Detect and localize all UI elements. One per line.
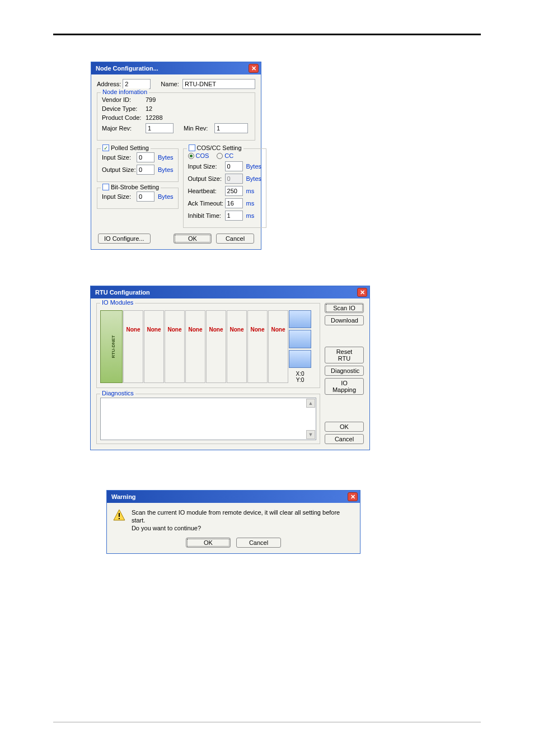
- polled-input-unit: Bytes: [158, 154, 174, 161]
- coscc-legend-text: COS/CC Setting: [197, 144, 242, 151]
- major-rev-input[interactable]: [146, 123, 174, 133]
- polled-checkbox[interactable]: ✓: [102, 144, 109, 151]
- y-count-label: Y:0: [289, 377, 311, 383]
- warning-ok-button[interactable]: OK: [186, 538, 231, 548]
- major-rev-label: Major Rev:: [102, 125, 146, 132]
- io-slot-5[interactable]: None: [206, 310, 226, 383]
- io-slot-4[interactable]: None: [185, 310, 205, 383]
- scan-io-button[interactable]: Scan IO: [325, 303, 364, 313]
- warning-icon: [113, 508, 126, 522]
- min-rev-input[interactable]: [214, 123, 248, 133]
- node-configuration-window: Node Configuration... ✕ Address: Name: N…: [91, 62, 261, 250]
- close-icon[interactable]: ✕: [348, 492, 358, 501]
- polled-legend-text: Polled Setting: [111, 144, 149, 151]
- close-icon[interactable]: ✕: [357, 288, 367, 297]
- rtu-config-titlebar: RTU Configuration ✕: [91, 286, 369, 298]
- rtu-device-image: RTU-DNET: [100, 310, 123, 383]
- coscc-output-size-label: Output Size:: [188, 175, 225, 182]
- scroll-down-icon[interactable]: ▼: [306, 430, 315, 439]
- io-slot-8[interactable]: None: [268, 310, 288, 383]
- inhibit-input[interactable]: [225, 211, 243, 221]
- node-info-legend: Node infomation: [101, 88, 149, 95]
- product-code-value: 12288: [146, 114, 163, 121]
- inhibit-label: Inhibit Time:: [188, 212, 225, 219]
- product-code-label: Product Code:: [102, 114, 146, 121]
- rtu-ok-button[interactable]: OK: [325, 422, 364, 432]
- coscc-input-size[interactable]: [225, 161, 243, 171]
- polled-setting-legend: ✓ Polled Setting: [101, 144, 151, 151]
- rtu-configuration-window: RTU Configuration ✕ IO Modules RTU-DNET …: [90, 286, 370, 450]
- svg-rect-2: [119, 518, 120, 519]
- ok-button[interactable]: OK: [174, 234, 212, 244]
- reset-rtu-button[interactable]: Reset RTU: [325, 347, 364, 363]
- polled-output-unit: Bytes: [158, 166, 174, 173]
- x-count-label: X:0: [289, 371, 311, 377]
- address-input[interactable]: [123, 79, 151, 89]
- node-config-titlebar: Node Configuration... ✕: [91, 62, 261, 74]
- coscc-output-size: [225, 174, 243, 184]
- io-slot-7[interactable]: None: [247, 310, 268, 383]
- device-type-label: Device Type:: [102, 105, 146, 112]
- heartbeat-unit: ms: [246, 188, 255, 194]
- warning-title: Warning: [111, 493, 136, 500]
- vendor-id-label: Vendor ID:: [102, 96, 146, 103]
- coscc-input-unit: Bytes: [246, 163, 262, 170]
- io-mapping-button[interactable]: IO Mapping: [325, 378, 364, 395]
- warning-text-line2: Do you want to continue?: [132, 524, 354, 532]
- heartbeat-input[interactable]: [225, 186, 243, 196]
- bitstrobe-input-size[interactable]: [137, 192, 154, 202]
- coscc-legend: COS/CC Setting: [187, 144, 243, 151]
- heartbeat-label: Heartbeat:: [188, 188, 225, 194]
- bitstrobe-checkbox[interactable]: [102, 184, 109, 190]
- scroll-up-icon[interactable]: ▲: [306, 399, 315, 408]
- name-label: Name:: [161, 81, 182, 87]
- warning-text-line1: Scan the current IO module from remote d…: [132, 508, 354, 524]
- polled-output-size-label: Output Size:: [102, 166, 137, 173]
- cc-radio[interactable]: [217, 153, 223, 159]
- rtu-config-title: RTU Configuration: [95, 289, 150, 296]
- bitstrobe-legend: Bit-Strobe Setting: [101, 184, 161, 190]
- warning-titlebar: Warning ✕: [107, 491, 360, 503]
- io-configure-button[interactable]: IO Configure...: [98, 234, 151, 244]
- warning-dialog: Warning ✕ Scan the current IO module fro…: [106, 490, 360, 554]
- io-modules-group: IO Modules RTU-DNET None None None None …: [96, 303, 320, 388]
- cc-label: CC: [224, 152, 233, 159]
- io-slot-6[interactable]: None: [227, 310, 247, 383]
- right-module-stack: X:0 Y:0: [289, 310, 311, 383]
- acktimeout-input[interactable]: [225, 198, 243, 208]
- bitstrobe-unit: Bytes: [158, 193, 174, 200]
- rtu-device-label: RTU-DNET: [111, 335, 116, 358]
- vendor-id-value: 799: [146, 96, 156, 103]
- cos-label: COS: [196, 152, 209, 159]
- polled-output-size[interactable]: [137, 165, 154, 175]
- svg-rect-1: [119, 513, 120, 517]
- diagnostic-button[interactable]: Diagnostic: [325, 366, 364, 376]
- page-bottom-rule: [53, 722, 481, 722]
- cos-radio[interactable]: [188, 153, 194, 159]
- download-button[interactable]: Download: [325, 315, 364, 325]
- warning-cancel-button[interactable]: Cancel: [236, 538, 281, 548]
- coscc-checkbox[interactable]: [189, 144, 195, 151]
- acktimeout-label: Ack Timeout:: [188, 200, 225, 207]
- bitstrobe-input-size-label: Input Size:: [102, 193, 137, 200]
- name-input[interactable]: [182, 79, 255, 89]
- min-rev-label: Min Rev:: [184, 125, 214, 132]
- diagnostics-group: Diagnostics ▲ ▼: [96, 394, 320, 444]
- io-slot-3[interactable]: None: [165, 310, 185, 383]
- polled-input-size-label: Input Size:: [102, 154, 137, 161]
- polled-input-size[interactable]: [137, 152, 154, 162]
- close-icon[interactable]: ✕: [249, 64, 259, 73]
- right-module-3: [289, 350, 311, 368]
- node-config-title: Node Configuration...: [96, 65, 158, 72]
- rtu-cancel-button[interactable]: Cancel: [325, 434, 364, 444]
- diagnostics-legend: Diagnostics: [100, 390, 135, 396]
- coscc-output-unit: Bytes: [246, 175, 262, 182]
- diagnostics-textarea[interactable]: ▲ ▼: [100, 398, 316, 440]
- address-label: Address:: [97, 81, 123, 87]
- cancel-button[interactable]: Cancel: [216, 234, 254, 244]
- io-slot-2[interactable]: None: [144, 310, 164, 383]
- bitstrobe-legend-text: Bit-Strobe Setting: [111, 184, 159, 190]
- right-module-1: [289, 310, 311, 328]
- io-slot-1[interactable]: None: [123, 310, 143, 383]
- acktimeout-unit: ms: [246, 200, 255, 207]
